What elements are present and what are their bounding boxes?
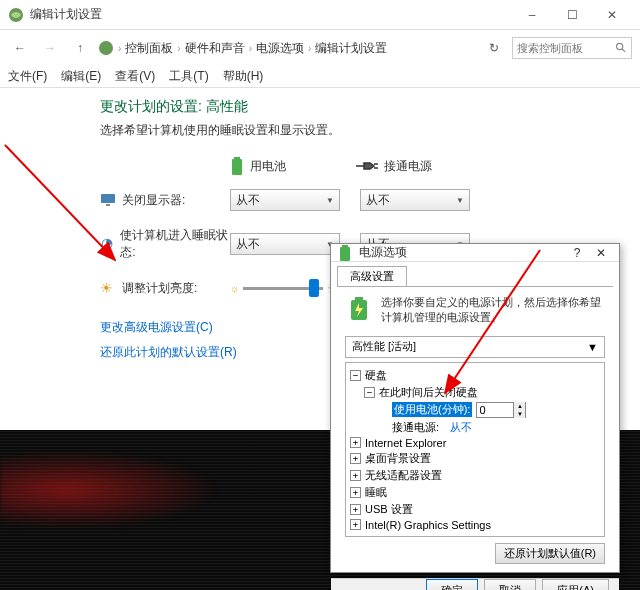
apply-button[interactable]: 应用(A) [542, 579, 609, 590]
tree-plugged-value[interactable]: 接通电源: 从不 [350, 419, 600, 436]
up-button[interactable]: ↑ [68, 36, 92, 60]
spin-down[interactable]: ▼ [513, 410, 525, 418]
plug-icon [356, 160, 378, 172]
expand-icon[interactable]: + [350, 487, 361, 498]
svg-rect-7 [101, 194, 115, 203]
search-icon [615, 41, 627, 55]
refresh-button[interactable]: ↻ [482, 36, 506, 60]
menu-view[interactable]: 查看(V) [115, 68, 155, 85]
expand-icon[interactable]: + [350, 519, 361, 530]
window-title: 编辑计划设置 [30, 6, 512, 23]
col-battery-label: 用电池 [250, 158, 286, 175]
collapse-icon[interactable]: − [364, 387, 375, 398]
tree-usb[interactable]: +USB 设置 [350, 501, 600, 518]
control-panel-icon [98, 40, 114, 56]
svg-line-4 [622, 49, 625, 52]
sleep-label: 使计算机进入睡眠状态: [120, 227, 230, 261]
brightness-icon: ☀ [100, 280, 116, 296]
dialog-title: 电源选项 [359, 244, 565, 261]
tree-desktop[interactable]: +桌面背景设置 [350, 450, 600, 467]
battery-large-icon [345, 295, 373, 323]
page-heading: 更改计划的设置: 高性能 [100, 98, 640, 116]
tree-hdd[interactable]: −硬盘 [350, 367, 600, 384]
collapse-icon[interactable]: − [350, 370, 361, 381]
chevron-down-icon: ▼ [587, 341, 598, 353]
settings-tree[interactable]: −硬盘 −在此时间后关闭硬盘 使用电池(分钟): ▲▼ 接通电源: 从不 +In… [345, 362, 605, 537]
svg-rect-8 [106, 204, 110, 206]
chevron-down-icon: ▼ [456, 196, 464, 205]
expand-icon[interactable]: + [350, 453, 361, 464]
svg-rect-12 [342, 245, 348, 247]
sun-small-icon: ☼ [230, 283, 239, 294]
display-off-plugged-dropdown[interactable]: 从不 ▼ [360, 189, 470, 211]
power-options-dialog: 电源选项 ? ✕ 高级设置 选择你要自定义的电源计划，然后选择你希望计算机管理的… [330, 243, 620, 573]
minimize-button[interactable]: – [512, 1, 552, 29]
battery-icon [230, 157, 244, 175]
tree-sleep[interactable]: +睡眠 [350, 484, 600, 501]
col-plugged-label: 接通电源 [384, 158, 432, 175]
sleep-battery-dropdown[interactable]: 从不 ▼ [230, 233, 340, 255]
minutes-spinner[interactable]: ▲▼ [476, 402, 526, 418]
svg-rect-6 [232, 159, 242, 175]
minutes-input[interactable] [477, 404, 513, 416]
menu-help[interactable]: 帮助(H) [223, 68, 264, 85]
forward-button: → [38, 36, 62, 60]
close-button[interactable]: ✕ [592, 1, 632, 29]
tree-battery-value[interactable]: 使用电池(分钟): ▲▼ [350, 401, 600, 419]
power-icon [337, 245, 353, 261]
monitor-icon [100, 192, 116, 208]
breadcrumb[interactable]: › 控制面板 › 硬件和声音 › 电源选项 › 编辑计划设置 [98, 40, 476, 57]
display-off-label: 关闭显示器: [122, 192, 185, 209]
crumb-control-panel[interactable]: 控制面板 [125, 40, 173, 57]
ok-button[interactable]: 确定 [426, 579, 478, 590]
sleep-icon [100, 236, 114, 252]
back-button[interactable]: ← [8, 36, 32, 60]
tree-wireless[interactable]: +无线适配器设置 [350, 467, 600, 484]
dialog-description: 选择你要自定义的电源计划，然后选择你希望计算机管理的电源设置。 [381, 295, 605, 326]
spin-up[interactable]: ▲ [513, 402, 525, 410]
search-input[interactable] [517, 42, 615, 54]
dialog-help-button[interactable]: ? [565, 246, 589, 260]
svg-rect-14 [355, 297, 363, 300]
svg-rect-5 [234, 157, 240, 159]
menu-edit[interactable]: 编辑(E) [61, 68, 101, 85]
plan-dropdown[interactable]: 高性能 [活动] ▼ [345, 336, 605, 358]
tree-ie[interactable]: +Internet Explorer [350, 436, 600, 450]
crumb-hardware[interactable]: 硬件和声音 [185, 40, 245, 57]
menu-file[interactable]: 文件(F) [8, 68, 47, 85]
cancel-button[interactable]: 取消 [484, 579, 536, 590]
dialog-close-button[interactable]: ✕ [589, 246, 613, 260]
tree-intel[interactable]: +Intel(R) Graphics Settings [350, 518, 600, 532]
svg-point-1 [99, 41, 113, 55]
tree-hdd-off[interactable]: −在此时间后关闭硬盘 [350, 384, 600, 401]
brightness-battery-slider[interactable]: ☼ ☀ [230, 277, 340, 299]
page-subtext: 选择希望计算机使用的睡眠设置和显示设置。 [100, 122, 640, 139]
crumb-power[interactable]: 电源选项 [256, 40, 304, 57]
crumb-edit-plan[interactable]: 编辑计划设置 [315, 40, 387, 57]
expand-icon[interactable]: + [350, 470, 361, 481]
tab-advanced[interactable]: 高级设置 [337, 266, 407, 286]
svg-rect-13 [340, 247, 350, 261]
display-off-battery-dropdown[interactable]: 从不 ▼ [230, 189, 340, 211]
chevron-down-icon: ▼ [326, 196, 334, 205]
svg-point-3 [616, 43, 622, 49]
brightness-label: 调整计划亮度: [122, 280, 197, 297]
menu-tools[interactable]: 工具(T) [169, 68, 208, 85]
restore-plan-defaults-button[interactable]: 还原计划默认值(R) [495, 543, 605, 564]
expand-icon[interactable]: + [350, 437, 361, 448]
app-icon [8, 7, 24, 23]
expand-icon[interactable]: + [350, 504, 361, 515]
search-box[interactable] [512, 37, 632, 59]
maximize-button[interactable]: ☐ [552, 1, 592, 29]
